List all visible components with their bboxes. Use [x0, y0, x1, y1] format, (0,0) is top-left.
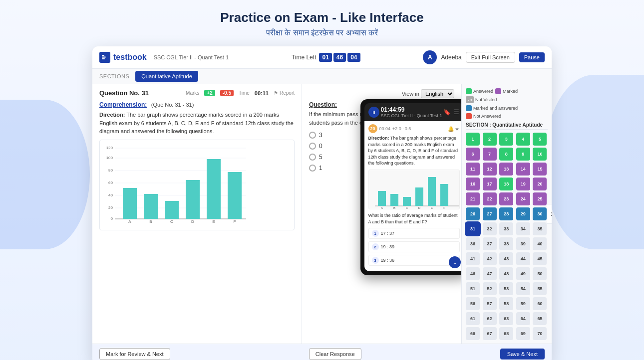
palette-question-28[interactable]: 28 [499, 207, 513, 220]
option-radio-4[interactable] [309, 165, 316, 172]
palette-question-39[interactable]: 39 [516, 237, 530, 250]
palette-question-25[interactable]: 25 [533, 192, 547, 205]
pause-button[interactable]: Pause [519, 52, 545, 62]
palette-question-36[interactable]: 36 [466, 237, 480, 250]
palette-question-45[interactable]: 45 [533, 252, 547, 265]
mobile-bookmark-icon[interactable]: 🔖 [443, 109, 451, 116]
palette-question-41[interactable]: 41 [466, 252, 480, 265]
mobile-option-1[interactable]: 1 17 : 37 [368, 228, 460, 239]
collapse-palette-button[interactable]: › [547, 204, 552, 224]
palette-question-50[interactable]: 50 [533, 267, 547, 280]
palette-question-70[interactable]: 70 [533, 327, 547, 340]
palette-question-44[interactable]: 44 [516, 252, 530, 265]
palette-question-46[interactable]: 46 [466, 267, 480, 280]
mobile-play-button[interactable]: ⏸ [368, 107, 379, 118]
mobile-option-2[interactable]: 2 19 : 39 [368, 241, 460, 252]
palette-question-65[interactable]: 65 [533, 312, 547, 325]
palette-question-23[interactable]: 23 [499, 192, 513, 205]
palette-question-15[interactable]: 15 [533, 163, 547, 176]
palette-question-37[interactable]: 37 [483, 237, 497, 250]
palette-question-21[interactable]: 21 [466, 192, 480, 205]
mobile-score-plus: +2.0 [392, 126, 401, 131]
palette-question-27[interactable]: 27 [483, 207, 497, 220]
mobile-screen: ⏸ 01:44:59 SSC CGL Tier II - Quant Test … [364, 103, 462, 271]
svg-rect-31 [390, 194, 398, 206]
mobile-option-num-1: 1 [372, 230, 379, 237]
mobile-option-3[interactable]: 3 19 : 36 [368, 255, 460, 266]
palette-question-66[interactable]: 66 [466, 327, 480, 340]
palette-question-6[interactable]: 6 [466, 148, 480, 161]
palette-question-12[interactable]: 12 [483, 163, 497, 176]
palette-question-19[interactable]: 19 [516, 178, 530, 190]
save-next-button[interactable]: Save & Next [500, 349, 545, 360]
palette-question-56[interactable]: 56 [466, 297, 480, 310]
exit-fullscreen-button[interactable]: Exit Full Screen [466, 52, 515, 63]
palette-question-26[interactable]: 26 [466, 207, 480, 220]
palette-question-49[interactable]: 49 [516, 267, 530, 280]
svg-rect-27 [228, 172, 242, 219]
palette-question-22[interactable]: 22 [483, 192, 497, 205]
mark-for-review-button[interactable]: Mark for Review & Next [99, 348, 170, 360]
option-radio-3[interactable] [309, 154, 316, 161]
option-radio-2[interactable] [309, 143, 316, 150]
palette-question-20[interactable]: 20 [533, 178, 547, 190]
palette-question-47[interactable]: 47 [483, 267, 497, 280]
mobile-menu-icon[interactable]: ☰ [454, 109, 459, 116]
svg-rect-25 [207, 159, 221, 219]
mobile-scroll-down-button[interactable]: ⌄ [449, 256, 461, 268]
palette-question-64[interactable]: 64 [516, 312, 530, 325]
palette-question-8[interactable]: 8 [499, 148, 513, 161]
palette-question-18[interactable]: 18 [499, 178, 513, 190]
palette-question-68[interactable]: 68 [499, 327, 513, 340]
palette-question-16[interactable]: 16 [466, 178, 480, 190]
palette-question-35[interactable]: 35 [533, 222, 547, 235]
legend-answered: Answered [466, 88, 493, 94]
palette-question-24[interactable]: 24 [516, 192, 530, 205]
main-content: Question No. 31 Marks +2 -0.5 Time 00:11… [92, 84, 552, 344]
marks-time: Marks +2 -0.5 Time 00:11 ⚑ Report [186, 90, 295, 96]
palette-question-48[interactable]: 48 [499, 267, 513, 280]
mobile-timer: 01:44:59 [380, 106, 442, 113]
palette-question-59[interactable]: 59 [516, 297, 530, 310]
palette-question-13[interactable]: 13 [499, 163, 513, 176]
palette-question-69[interactable]: 69 [516, 327, 530, 340]
palette-question-10[interactable]: 10 [533, 148, 547, 161]
report-button[interactable]: ⚑ Report [274, 90, 295, 96]
palette-question-40[interactable]: 40 [533, 237, 547, 250]
clear-response-button[interactable]: Clear Response [309, 348, 361, 360]
palette-question-38[interactable]: 38 [499, 237, 513, 250]
palette-question-29[interactable]: 29 [516, 207, 530, 220]
palette-question-52[interactable]: 52 [483, 282, 497, 295]
palette-question-58[interactable]: 58 [499, 297, 513, 310]
option-radio-1[interactable] [309, 132, 316, 139]
palette-question-34[interactable]: 34 [516, 222, 530, 235]
palette-question-62[interactable]: 62 [483, 312, 497, 325]
palette-question-3[interactable]: 3 [499, 133, 513, 146]
palette-question-43[interactable]: 43 [499, 252, 513, 265]
palette-question-30[interactable]: 30 [533, 207, 547, 220]
palette-question-14[interactable]: 14 [516, 163, 530, 176]
palette-question-42[interactable]: 42 [483, 252, 497, 265]
palette-question-32[interactable]: 32 [483, 222, 497, 235]
palette-question-53[interactable]: 53 [499, 282, 513, 295]
palette-question-31[interactable]: 31 [466, 222, 480, 235]
palette-question-2[interactable]: 2 [483, 133, 497, 146]
palette-question-61[interactable]: 61 [466, 312, 480, 325]
palette-question-11[interactable]: 11 [466, 163, 480, 176]
palette-question-9[interactable]: 9 [516, 148, 530, 161]
tab-quantitative-aptitude[interactable]: Quantitative Aptitude [135, 71, 198, 82]
palette-question-60[interactable]: 60 [533, 297, 547, 310]
palette-question-67[interactable]: 67 [483, 327, 497, 340]
palette-question-5[interactable]: 5 [533, 133, 547, 146]
palette-question-55[interactable]: 55 [533, 282, 547, 295]
palette-question-33[interactable]: 33 [499, 222, 513, 235]
palette-question-54[interactable]: 54 [516, 282, 530, 295]
palette-question-17[interactable]: 17 [483, 178, 497, 190]
palette-question-57[interactable]: 57 [483, 297, 497, 310]
palette-question-7[interactable]: 7 [483, 148, 497, 161]
palette-question-51[interactable]: 51 [466, 282, 480, 295]
language-select[interactable]: English [421, 89, 454, 98]
palette-question-1[interactable]: 1 [466, 133, 480, 146]
palette-question-4[interactable]: 4 [516, 133, 530, 146]
palette-question-63[interactable]: 63 [499, 312, 513, 325]
